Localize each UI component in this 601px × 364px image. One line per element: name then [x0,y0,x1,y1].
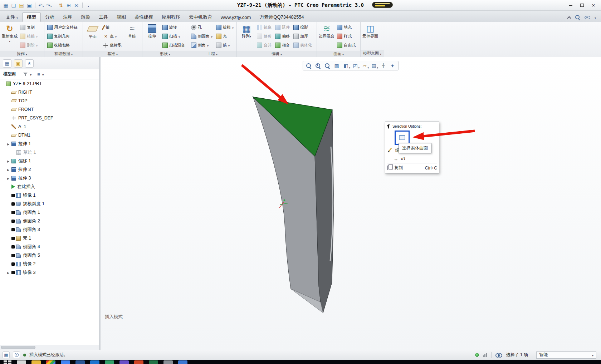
tree-item[interactable]: 倒圆角 1 [0,208,99,217]
new-file-icon[interactable]: ▢ [10,2,17,9]
taskbar-app-icon[interactable] [31,360,41,364]
save-icon[interactable]: ▣ [26,2,33,9]
select-solid-surfaces-option[interactable] [395,131,410,145]
regenerate-quick-icon[interactable]: ⇅ [57,2,64,9]
tree-item[interactable]: PRT_CSYS_DEF [0,114,99,122]
taskbar-app-icon[interactable] [163,360,173,364]
pattern-button[interactable]: 阵列 [238,23,255,39]
close-button[interactable]: × [588,2,599,9]
chevron-down-icon[interactable] [595,15,596,20]
menu-grid-icon[interactable]: ▦ [2,2,9,9]
ribbon-tab[interactable]: 柔性建模 [130,13,157,22]
taskbar-app-icon[interactable] [119,360,129,364]
display-options-icon[interactable] [585,16,590,19]
tree-item[interactable]: 镜像 1 [0,191,99,200]
round-button[interactable]: 倒圆角 [190,32,214,41]
minimize-ribbon-icon[interactable] [567,16,571,20]
saved-orientations-button[interactable] [351,62,360,70]
tree-item[interactable]: YZF-9-21.PRT [0,79,99,88]
component-interface-button[interactable]: 元件界面 [362,23,378,39]
datum-axis-button[interactable]: 轴 [102,23,123,32]
minimize-button[interactable] [565,2,576,9]
tree-toggle-icon[interactable] [3,351,10,358]
ribbon-tab[interactable]: 注释 [59,13,77,22]
model-viewport[interactable] [101,57,601,350]
draft-button[interactable]: 拔模 [215,23,235,32]
ribbon-tab[interactable]: 视图 [112,13,130,22]
shrinkwrap-button[interactable]: 收缩包络 [46,41,79,50]
expand-arrow-icon[interactable] [7,141,11,146]
open-file-icon[interactable]: ▤ [18,2,25,9]
favorites-icon[interactable] [25,59,34,68]
spin-center-button[interactable] [378,62,388,70]
graphics-area[interactable]: Selection Options: 编辑 d1 复制 Ctrl+C 选择实体曲 [101,57,601,350]
udf-button[interactable]: 用户定义特征 [46,23,79,32]
expand-arrow-icon[interactable] [7,270,11,275]
tree-item[interactable]: 镜像 3 [0,268,99,277]
chevron-down-icon[interactable] [30,72,31,77]
datum-csys-button[interactable]: 坐标系 [102,41,123,50]
group-label-shapes[interactable]: 形状 [142,50,188,57]
rib-button[interactable]: 筋 [215,41,235,50]
style-button[interactable]: 样式 [336,32,357,41]
tree-item[interactable]: 偏移 1 [0,157,99,165]
tree-item[interactable]: FRONT [0,105,99,114]
browser-toggle-icon[interactable] [13,351,20,358]
revolve-button[interactable]: 旋转 [161,23,186,32]
mirror-button[interactable]: 镜像 [255,23,273,32]
graphics-settings-button[interactable] [388,62,397,70]
datum-point-button[interactable]: 点 [102,32,123,41]
hole-button[interactable]: 孔 [190,23,214,32]
tree-item[interactable]: 镜像 2 [0,260,99,268]
chamfer-button[interactable]: 倒角 [190,41,214,50]
find-icon[interactable] [495,353,502,357]
trim-button[interactable]: 修剪 [255,32,273,41]
ribbon-tab[interactable]: 渲染 [77,13,94,22]
tree-item[interactable]: RIGHT [0,88,99,97]
scrollbar-thumb[interactable] [1,346,35,349]
taskbar-app-icon[interactable] [46,360,55,364]
offset-button[interactable]: 偏移 [274,32,291,41]
boundary-blend-button[interactable]: 边界混合 [318,23,335,39]
sweep-button[interactable]: 扫描 [161,32,186,41]
intersect-button[interactable]: 相交 [274,41,291,50]
tree-item[interactable]: 倒圆角 2 [0,217,99,225]
taskbar-app-icon[interactable] [149,360,158,364]
taskbar-app-icon[interactable] [178,360,187,364]
regeneration-status-icon[interactable] [475,353,479,357]
customize-toolbar-icon[interactable] [85,2,92,9]
merge-button[interactable]: 合并 [255,41,273,50]
extrude-button[interactable]: 拉伸 [144,23,160,39]
ribbon-tab[interactable]: 工具 [94,13,112,22]
folder-browser-icon[interactable] [14,59,23,68]
expand-arrow-icon[interactable] [7,176,11,181]
tree-item[interactable]: DTM1 [0,131,99,139]
tree-item[interactable]: 草绘 1 [0,148,99,157]
tree-item[interactable]: 壳 1 [0,234,99,242]
group-label-operations[interactable]: 操作 [0,50,44,57]
paste-button[interactable]: 粘贴 [19,32,39,41]
ribbon-tab[interactable]: 云中帆教育 [185,13,216,22]
tree-item[interactable]: TOP [0,97,99,105]
group-label-engineering[interactable]: 工程 [188,50,236,57]
tree-item[interactable]: A_1 [0,122,99,131]
tree-settings-icon[interactable] [37,72,40,77]
ribbon-tab[interactable]: www.yzfjy.com [216,13,255,22]
taskbar-app-icon[interactable] [105,360,114,364]
ribbon-tab[interactable]: 分析 [41,13,59,22]
copy-button[interactable]: 复制 [19,23,39,32]
taskbar-app-icon[interactable] [61,360,70,364]
shell-button[interactable]: 壳 [215,32,235,41]
model-tree-toggle-icon[interactable] [3,59,11,68]
tree-item[interactable]: 倒圆角 4 [0,242,99,251]
taskbar-app-icon[interactable] [90,360,99,364]
group-label-datum[interactable]: 基准 [83,50,142,57]
taskbar-app-icon[interactable] [134,360,143,364]
annotation-display-button[interactable] [369,62,378,70]
regenerate-button[interactable]: 重新生成 [1,23,18,44]
tree-item[interactable]: 在此插入 [0,182,99,191]
tree-item[interactable]: 倒圆角 5 [0,251,99,260]
expand-arrow-icon[interactable] [7,158,11,163]
refit-button[interactable] [304,62,313,70]
tree-filter-icon[interactable] [23,72,28,77]
